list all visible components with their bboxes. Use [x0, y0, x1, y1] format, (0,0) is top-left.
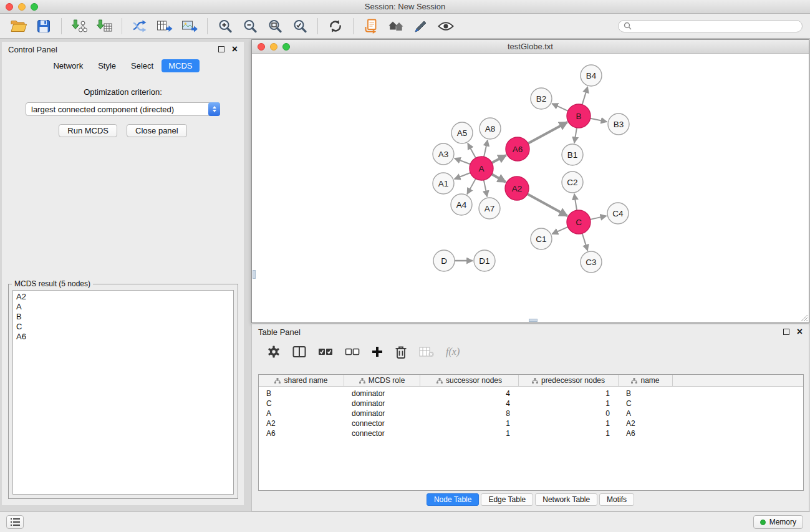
edge-B-B4[interactable]	[582, 87, 588, 105]
tab-motifs[interactable]: Motifs	[599, 493, 634, 506]
edge-A-A4[interactable]	[467, 179, 476, 195]
network-from-clipboard-button[interactable]	[360, 16, 382, 36]
horizontal-scroll-thumb[interactable]	[529, 319, 538, 322]
table-cell: dominator	[344, 409, 420, 418]
memory-button[interactable]: Memory	[753, 515, 803, 529]
column-header-name[interactable]: name	[619, 375, 673, 386]
float-panel-icon[interactable]	[218, 46, 224, 52]
table-row[interactable]: Bdominator41B	[259, 389, 803, 399]
table-settings-button[interactable]	[267, 345, 281, 359]
tab-node-table[interactable]: Node Table	[427, 493, 480, 506]
criterion-select[interactable]: largest connected component (directed)	[26, 102, 220, 116]
close-panel-icon[interactable]: ×	[232, 46, 238, 53]
import-network-icon	[71, 19, 87, 34]
close-panel-button[interactable]: Close panel	[127, 124, 187, 137]
node-label-C: C	[576, 218, 582, 227]
graph-svg[interactable]: B4B2BB3A5A8A6B1A3AA1A2C2A4A7C4CC1C3DD1	[252, 54, 809, 322]
export-table-icon	[157, 19, 173, 34]
edge-A-A1[interactable]	[455, 173, 471, 179]
table-row[interactable]: Adominator80A	[259, 409, 803, 418]
home-icon	[387, 19, 405, 33]
network-canvas[interactable]: B4B2BB3A5A8A6B1A3AA1A2C2A4A7C4CC1C3DD1	[252, 54, 809, 322]
edge-A-A5[interactable]	[468, 143, 476, 158]
delete-table-button[interactable]	[419, 346, 434, 357]
node-label-C1: C1	[536, 235, 546, 244]
import-network-button[interactable]	[68, 16, 90, 36]
select-all-button[interactable]	[318, 347, 333, 356]
mcds-result-list[interactable]: A2ABCA6	[12, 290, 234, 495]
edge-A-A7[interactable]	[484, 180, 487, 197]
edge-A-A8[interactable]	[484, 140, 488, 157]
show-columns-button[interactable]	[292, 346, 306, 358]
tab-network-table[interactable]: Network Table	[535, 493, 597, 506]
zoom-selected-button[interactable]	[289, 16, 311, 36]
export-network-icon	[132, 19, 148, 34]
vertical-scroll-thumb[interactable]	[253, 270, 256, 279]
edge-C-C3[interactable]	[582, 233, 588, 251]
edge-B-B2[interactable]	[552, 104, 568, 111]
close-window-button[interactable]	[6, 3, 13, 11]
zoom-window-button[interactable]	[31, 3, 38, 11]
table-row[interactable]: Cdominator41C	[259, 399, 803, 409]
edge-A2-C[interactable]	[528, 194, 567, 216]
zoom-in-button[interactable]	[214, 16, 236, 36]
table-row[interactable]: A6connector11A6	[259, 428, 803, 438]
show-panels-button[interactable]	[6, 515, 24, 529]
edge-A-A2[interactable]	[492, 174, 506, 181]
network-zoom-button[interactable]	[282, 43, 290, 51]
delete-column-button[interactable]	[395, 345, 407, 359]
function-builder-button[interactable]: f(x)	[446, 346, 460, 357]
deselect-all-button[interactable]	[345, 347, 360, 356]
tab-style[interactable]: Style	[91, 59, 123, 72]
edge-C-C1[interactable]	[552, 227, 567, 234]
add-column-button[interactable]	[372, 346, 383, 357]
result-item[interactable]: C	[13, 322, 233, 332]
tab-network[interactable]: Network	[46, 59, 90, 72]
network-close-button[interactable]	[258, 43, 265, 51]
open-file-button[interactable]	[7, 16, 30, 36]
table-toolbar: f(x)	[252, 339, 809, 362]
columns-icon	[292, 346, 306, 358]
search-input[interactable]	[635, 22, 797, 31]
edge-A-A6[interactable]	[492, 155, 506, 163]
apply-layout-button[interactable]	[324, 16, 347, 36]
run-mcds-button[interactable]: Run MCDS	[59, 124, 117, 137]
export-network-button[interactable]	[128, 16, 151, 36]
edge-A-A3[interactable]	[455, 158, 470, 165]
edge-B-B3[interactable]	[591, 118, 607, 122]
table-row[interactable]: A2connector11A2	[259, 418, 803, 428]
export-table-button[interactable]	[153, 16, 176, 36]
column-header-predecessor-nodes[interactable]: predecessor nodes	[519, 375, 619, 386]
tab-mcds[interactable]: MCDS	[162, 59, 199, 72]
edge-C-C2[interactable]	[574, 194, 577, 210]
edge-A6-B[interactable]	[528, 122, 567, 143]
save-session-button[interactable]	[32, 16, 55, 36]
control-panel-header: Control Panel ×	[2, 42, 244, 57]
export-image-button[interactable]	[178, 16, 201, 36]
result-item[interactable]: B	[13, 312, 233, 322]
float-table-panel-icon[interactable]	[783, 329, 789, 335]
tab-select[interactable]: Select	[124, 59, 160, 72]
result-item[interactable]: A2	[13, 292, 233, 302]
control-panel-tabs: NetworkStyleSelectMCDS	[2, 59, 244, 72]
zoom-fit-button[interactable]	[264, 16, 286, 36]
edge-B-B1[interactable]	[574, 128, 577, 143]
result-item[interactable]: A	[13, 302, 233, 312]
resize-grip-icon[interactable]	[800, 314, 808, 322]
column-header-successor-nodes[interactable]: successor nodes	[420, 375, 519, 386]
node-label-C3: C3	[586, 258, 596, 267]
column-header-mcds-role[interactable]: MCDS role	[344, 375, 420, 386]
search-field[interactable]	[618, 20, 803, 32]
minimize-window-button[interactable]	[18, 3, 26, 11]
result-item[interactable]: A6	[13, 332, 233, 342]
zoom-out-button[interactable]	[239, 16, 261, 36]
network-minimize-button[interactable]	[270, 43, 277, 51]
home-button[interactable]	[385, 16, 407, 36]
show-details-button[interactable]	[435, 16, 457, 36]
wand-button[interactable]	[410, 16, 432, 36]
import-table-button[interactable]	[93, 16, 115, 36]
tab-edge-table[interactable]: Edge Table	[481, 493, 533, 506]
close-table-panel-icon[interactable]: ×	[797, 328, 803, 336]
column-header-shared-name[interactable]: shared name	[259, 375, 344, 386]
edge-C-C4[interactable]	[591, 216, 607, 220]
